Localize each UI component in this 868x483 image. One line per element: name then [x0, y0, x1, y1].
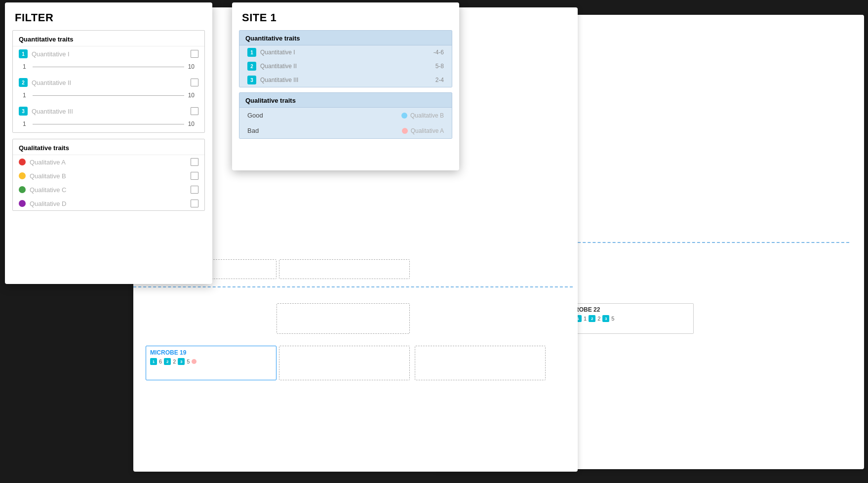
stat-badge-2: 2	[589, 315, 595, 322]
site1-qual-section: Qualitative traits Good Qualitative B Ba…	[239, 92, 452, 139]
site1-qual-text-good: Qualitative B	[410, 112, 444, 119]
site1-qual-label-bad: Bad	[247, 127, 259, 134]
microbe22-stats: 1 1 2 2 3 5	[571, 314, 693, 325]
site1-quant-row-2: 2 Quantitative II 5-8	[239, 59, 452, 73]
separator-dotted-right	[568, 242, 849, 243]
range-min-3: 1	[23, 121, 29, 127]
qual-dot-d	[19, 200, 26, 207]
site1-title: SITE 1	[232, 2, 459, 30]
qual-label-a: Qualitative A	[30, 159, 191, 166]
site1-quant-row-3: 3 Quantitative III 2-4	[239, 73, 452, 87]
microbe19-stats: 1 6 2 2 3 5	[146, 357, 276, 368]
qual-checkbox-b[interactable]	[191, 172, 198, 180]
filter-quant-header: Quantitative traits	[13, 31, 204, 46]
stat-val-1c: 6	[159, 359, 162, 364]
stat-val-2c: 2	[173, 359, 176, 364]
range-line-2[interactable]	[33, 95, 184, 96]
empty-card-2	[279, 346, 410, 380]
trait-row-quant-2[interactable]: 2 Quantitative II	[13, 75, 204, 90]
site1-qual-dot-good	[401, 113, 407, 119]
stat-badge-1c: 1	[150, 358, 157, 365]
site1-qual-value-good: Qualitative B	[401, 112, 444, 119]
filter-card: FILTER Quantitative traits 1 Quantitativ…	[5, 2, 212, 284]
range-max-1: 10	[188, 63, 195, 70]
site1-qual-row-bad: Bad Qualitative A	[239, 123, 452, 138]
site1-badge-1: 1	[247, 48, 256, 57]
stat-val-2: 2	[597, 316, 600, 322]
qual-checkbox-c[interactable]	[191, 186, 198, 194]
site1-quant-header: Quantitative traits	[239, 31, 452, 45]
microbe19-name: MICROBE 19	[146, 346, 276, 357]
microbe22-title: ROBE 22	[571, 304, 693, 314]
site1-qual-dot-bad	[402, 128, 408, 134]
site1-quant-label-3: Quantitative III	[260, 77, 435, 83]
site1-card: SITE 1 Quantitative traits 1 Quantitativ…	[232, 2, 459, 170]
range-min-2: 1	[23, 92, 29, 99]
site1-badge-3: 3	[247, 76, 256, 84]
stat-dot-pink	[192, 359, 197, 364]
range-max-3: 10	[188, 121, 195, 127]
site1-quant-row-1: 1 Quantitative I -4-6	[239, 45, 452, 59]
stat-val-1: 1	[584, 316, 587, 322]
quant-badge-1: 1	[19, 49, 28, 58]
site1-qual-header: Qualitative traits	[239, 93, 452, 108]
stat-val-3: 5	[611, 316, 614, 322]
range-min-1: 1	[23, 63, 29, 70]
microbe22-card[interactable]: ROBE 22 1 1 2 2 3 5	[570, 303, 694, 334]
range-row-3: 1 10	[13, 119, 204, 132]
quant-label-1: Quantitative I	[32, 50, 191, 58]
quant-label-3: Quantitative III	[32, 108, 191, 115]
site1-qual-value-bad: Qualitative A	[402, 127, 444, 134]
qual-dot-a	[19, 159, 26, 165]
trait-row-quant-1[interactable]: 1 Quantitative I	[13, 46, 204, 61]
qual-dot-b	[19, 172, 26, 179]
site1-quant-val-2: 5-8	[435, 63, 444, 70]
range-line-1[interactable]	[33, 67, 184, 67]
range-line-3[interactable]	[33, 124, 184, 124]
stat-val-3c: 5	[187, 359, 190, 364]
quant-checkbox-1[interactable]	[191, 50, 198, 58]
trait-row-qual-d[interactable]: Qualitative D	[13, 197, 204, 210]
site1-quant-val-1: -4-6	[434, 49, 444, 56]
qual-checkbox-d[interactable]	[191, 200, 198, 207]
quant-badge-3: 3	[19, 107, 28, 116]
site1-badge-2: 2	[247, 62, 256, 71]
filter-qual-header: Qualitative traits	[13, 139, 204, 155]
range-max-2: 10	[188, 92, 195, 99]
site1-qual-label-good: Good	[247, 112, 263, 119]
stat-badge-3c: 3	[178, 358, 185, 365]
filter-quant-section: Quantitative traits 1 Quantitative I 1 1…	[12, 30, 205, 133]
range-row-1: 1 10	[13, 61, 204, 75]
quant-label-2: Quantitative II	[32, 79, 191, 86]
site1-quant-label-2: Quantitative II	[260, 63, 435, 70]
quant-badge-2: 2	[19, 78, 28, 87]
range-row-2: 1 10	[13, 90, 204, 104]
trait-row-qual-a[interactable]: Qualitative A	[13, 155, 204, 169]
site1-qual-text-bad: Qualitative A	[411, 127, 444, 134]
microbe19-card[interactable]: MICROBE 19 1 6 2 2 3 5	[146, 346, 276, 380]
separator-dotted-middle	[133, 286, 573, 287]
trait-row-qual-c[interactable]: Qualitative C	[13, 183, 204, 197]
trait-row-quant-3[interactable]: 3 Quantitative III	[13, 104, 204, 119]
filter-title: FILTER	[5, 2, 212, 30]
site1-qual-row-good: Good Qualitative B	[239, 108, 452, 123]
partial-card-2	[279, 259, 410, 279]
stat-badge-2c: 2	[164, 358, 171, 365]
quant-checkbox-3[interactable]	[191, 107, 198, 115]
site1-quant-label-1: Quantitative I	[260, 49, 434, 56]
empty-card-1	[276, 303, 410, 334]
filter-qual-section: Qualitative traits Qualitative A Qualita…	[12, 139, 205, 211]
qual-checkbox-a[interactable]	[191, 158, 198, 166]
qual-label-b: Qualitative B	[30, 172, 191, 180]
stat-badge-3: 3	[602, 315, 609, 322]
quant-checkbox-2[interactable]	[191, 79, 198, 86]
qual-label-d: Qualitative D	[30, 200, 191, 207]
qual-dot-c	[19, 186, 26, 193]
site1-quant-val-3: 2-4	[435, 77, 444, 83]
qual-label-c: Qualitative C	[30, 186, 191, 194]
empty-card-3	[415, 346, 546, 380]
site1-quant-section: Quantitative traits 1 Quantitative I -4-…	[239, 30, 452, 87]
trait-row-qual-b[interactable]: Qualitative B	[13, 169, 204, 183]
